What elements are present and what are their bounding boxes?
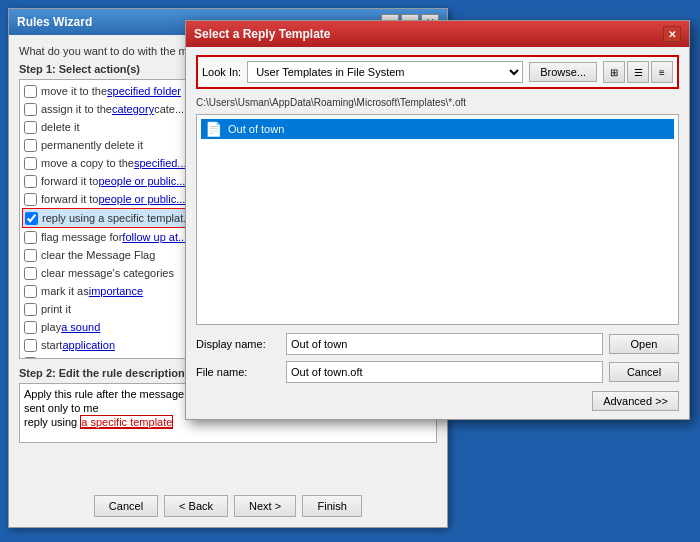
large-icons-btn[interactable]: ⊞ — [603, 61, 625, 83]
action-checkbox-14[interactable] — [24, 321, 37, 334]
action-checkbox-9[interactable] — [24, 231, 37, 244]
action-checkbox-5[interactable] — [24, 157, 37, 170]
rules-wizard-title: Rules Wizard — [17, 15, 92, 29]
file-icon: 📄 — [205, 121, 222, 137]
action-checkbox-6[interactable] — [24, 175, 37, 188]
view-icons: ⊞ ☰ ≡ — [603, 61, 673, 83]
file-name-row-label: File name: — [196, 366, 286, 378]
action-checkbox-7[interactable] — [24, 193, 37, 206]
dialog-close-btn[interactable]: ✕ — [663, 26, 681, 42]
next-button[interactable]: Next > — [234, 495, 296, 517]
reply-dialog-title: Select a Reply Template — [194, 27, 331, 41]
look-in-label: Look In: — [202, 66, 241, 78]
action-checkbox-1[interactable] — [24, 85, 37, 98]
reply-dialog-content: Look In: User Templates in File System B… — [186, 47, 689, 419]
list-view-btn[interactable]: ☰ — [627, 61, 649, 83]
advanced-btn-row: Advanced >> — [196, 391, 679, 411]
action-checkbox-10[interactable] — [24, 249, 37, 262]
open-button[interactable]: Open — [609, 334, 679, 354]
action-checkbox-16[interactable] — [24, 357, 37, 360]
look-in-row: Look In: User Templates in File System B… — [196, 55, 679, 89]
action-checkbox-12[interactable] — [24, 285, 37, 298]
display-name-row: Display name: Open — [196, 333, 679, 355]
rule-template-link[interactable]: a specific template — [80, 415, 173, 429]
reply-dialog-titlebar: Select a Reply Template ✕ — [186, 21, 689, 47]
cancel-button[interactable]: Cancel — [94, 495, 158, 517]
details-view-btn[interactable]: ≡ — [651, 61, 673, 83]
browse-button[interactable]: Browse... — [529, 62, 597, 82]
file-item-out-of-town[interactable]: 📄 Out of town — [201, 119, 674, 139]
dialog-cancel-button[interactable]: Cancel — [609, 362, 679, 382]
file-name-label: Out of town — [228, 123, 284, 135]
action-checkbox-8[interactable] — [25, 212, 38, 225]
file-name-row: File name: Cancel — [196, 361, 679, 383]
path-bar: C:\Users\Usman\AppData\Roaming\Microsoft… — [196, 95, 679, 110]
reply-template-dialog: Select a Reply Template ✕ Look In: User … — [185, 20, 690, 420]
finish-button[interactable]: Finish — [302, 495, 362, 517]
display-name-input[interactable] — [286, 333, 603, 355]
action-checkbox-3[interactable] — [24, 121, 37, 134]
display-name-label: Display name: — [196, 338, 286, 350]
action-checkbox-11[interactable] — [24, 267, 37, 280]
action-checkbox-13[interactable] — [24, 303, 37, 316]
look-in-select[interactable]: User Templates in File System — [247, 61, 523, 83]
file-name-input[interactable] — [286, 361, 603, 383]
action-checkbox-15[interactable] — [24, 339, 37, 352]
advanced-button[interactable]: Advanced >> — [592, 391, 679, 411]
file-list[interactable]: 📄 Out of town — [196, 114, 679, 325]
wizard-footer: Cancel < Back Next > Finish — [19, 487, 437, 517]
back-button[interactable]: < Back — [164, 495, 228, 517]
action-checkbox-4[interactable] — [24, 139, 37, 152]
action-checkbox-2[interactable] — [24, 103, 37, 116]
